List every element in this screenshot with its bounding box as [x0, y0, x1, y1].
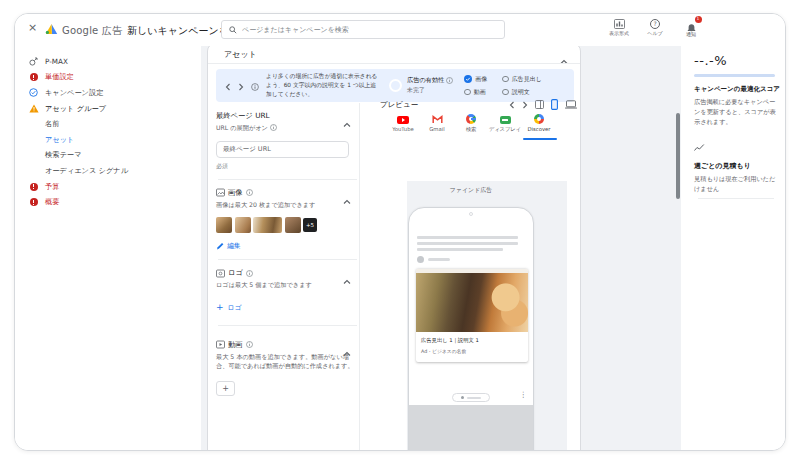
sidebar-label: P-MAX	[45, 57, 68, 66]
check-label: 画像	[475, 75, 487, 84]
video-icon	[216, 340, 225, 349]
check-headlines[interactable]: 広告見出し	[502, 75, 542, 84]
ad-strength-block: 広告の有効性 未完了	[407, 76, 453, 96]
phone-mockup: 広告見出し 1｜説明文 1 Ad・ビジネスの名前 ⋮	[408, 207, 534, 451]
info-icon[interactable]	[446, 77, 453, 84]
ad-strength-label: 広告の有効性	[407, 76, 444, 85]
google-g-icon	[466, 114, 476, 124]
tab-display[interactable]: ディスプレイ	[488, 113, 522, 133]
prev-chevron-icon[interactable]	[509, 101, 515, 109]
check-images[interactable]: 画像	[464, 75, 487, 84]
desktop-device-icon[interactable]	[565, 100, 577, 109]
sidebar-label: 概要	[45, 197, 59, 207]
add-video-button[interactable]: +	[216, 381, 235, 396]
prev-chevron-icon[interactable]	[225, 76, 231, 95]
sidebar-item-name[interactable]: 名前	[15, 116, 201, 132]
phone-camera-icon	[469, 212, 473, 216]
bar-icon	[467, 397, 481, 399]
preview-controls	[509, 99, 577, 110]
sidebar-label: アセット	[45, 135, 74, 145]
collapse-chevron-icon[interactable]	[343, 190, 351, 209]
plus-icon: +	[222, 385, 229, 393]
gallery-icon[interactable]	[535, 100, 544, 109]
notifications-button[interactable]: 1 通知	[678, 19, 704, 37]
divider	[218, 179, 357, 180]
image-thumbnail[interactable]	[253, 217, 282, 233]
more-images-tile[interactable]: +5	[303, 218, 317, 232]
search-input[interactable]	[242, 26, 497, 34]
edit-label: 編集	[227, 241, 241, 251]
info-icon[interactable]	[246, 341, 253, 348]
image-thumbnail[interactable]	[285, 217, 301, 233]
final-url-input[interactable]	[216, 141, 349, 158]
help-label: ヘルプ	[647, 30, 662, 36]
warning-icon	[28, 104, 39, 113]
sidebar-item-campaign-settings[interactable]: キャンペーン設定	[15, 85, 201, 101]
help-button[interactable]: ? ヘルプ	[642, 19, 668, 37]
tab-gmail[interactable]: Gmail	[420, 113, 454, 133]
next-chevron-icon[interactable]	[238, 76, 244, 95]
optimization-score-description: 広告掲載に必要なキャンペーンを更新すると、スコアが表示されます。	[694, 97, 776, 127]
add-logo-label: ロゴ	[228, 303, 242, 313]
divider	[218, 325, 357, 326]
asset-panel-title: アセット	[224, 49, 257, 60]
info-icon[interactable]	[270, 124, 277, 131]
info-icon[interactable]	[251, 76, 259, 95]
images-section: 画像 画像は最大 20 枚まで追加できます +5	[216, 188, 359, 252]
collapse-chevron-icon[interactable]	[343, 342, 351, 361]
sidebar-item-bidding[interactable]: 単価設定	[15, 70, 201, 86]
image-thumbnail[interactable]	[216, 217, 232, 233]
asset-panel: アセット より多くの	[207, 43, 581, 451]
info-icon[interactable]	[246, 270, 253, 277]
google-ads-logo-icon	[45, 23, 58, 35]
cta-placeholder-button	[452, 393, 490, 402]
ad-image	[416, 269, 528, 332]
sidebar-item-budget[interactable]: 予算	[15, 179, 201, 195]
close-icon[interactable]: ×	[28, 22, 37, 33]
plus-icon: +	[216, 303, 224, 312]
logo-icon	[216, 269, 225, 278]
radio-off-icon	[502, 76, 509, 83]
mobile-device-icon[interactable]	[551, 99, 558, 110]
collapse-chevron-icon[interactable]	[343, 113, 351, 132]
overflow-menu-icon: ⋮	[520, 391, 528, 399]
trend-chart-icon	[694, 137, 776, 156]
edit-images-button[interactable]: 編集	[216, 241, 256, 251]
divider	[698, 198, 774, 199]
image-thumbnail[interactable]	[235, 217, 251, 233]
final-url-section: 最終ページ URL URL の展開がオン 必須	[216, 111, 359, 171]
add-logo-button[interactable]: + ロゴ	[216, 303, 256, 313]
error-icon	[28, 198, 39, 206]
notice-nav	[225, 76, 259, 95]
preview-column: プレビュー	[360, 94, 581, 451]
tab-search[interactable]: 検索	[454, 113, 488, 133]
sidebar-item-review[interactable]: 概要	[15, 194, 201, 210]
sidebar-item-assets[interactable]: アセット	[15, 132, 201, 148]
sidebar-item-audience-signal[interactable]: オーディエンス シグナル	[15, 163, 201, 179]
collapse-chevron-icon[interactable]	[560, 50, 568, 69]
check-circle-icon	[28, 88, 39, 97]
tab-youtube[interactable]: YouTube	[386, 113, 420, 133]
search-box[interactable]	[221, 20, 505, 39]
divider	[208, 63, 580, 64]
sidebar-label: 検索テーマ	[45, 150, 81, 160]
sidebar-item-search-themes[interactable]: 検索テーマ	[15, 148, 201, 164]
collapse-chevron-icon[interactable]	[343, 270, 351, 289]
display-format-button[interactable]: 表示形式	[606, 19, 632, 37]
preview-channel-tabs: YouTube Gmail 検索 ディスプレイ	[386, 113, 556, 133]
optimization-score-value: --.-%	[694, 53, 776, 68]
video-section: 動画 最大 5 本の動画を追加できます。動画がない場合、可能であれば動画が自動的…	[216, 340, 359, 396]
sidebar-label: 単価設定	[45, 72, 74, 82]
vertical-scrollbar[interactable]	[676, 113, 680, 199]
images-subtitle: 画像は最大 20 枚まで追加できます	[216, 200, 359, 210]
tab-discover[interactable]: Discover	[522, 113, 556, 133]
ad-format-label: ファインド広告	[408, 186, 534, 195]
error-icon	[28, 183, 39, 191]
phone-content-placeholder	[409, 405, 533, 451]
next-chevron-icon[interactable]	[522, 101, 528, 109]
info-icon[interactable]	[246, 189, 253, 196]
sidebar-item-asset-group[interactable]: アセット グループ	[15, 101, 201, 117]
tab-label: 検索	[466, 126, 477, 133]
sidebar-item-pmax[interactable]: P-MAX	[15, 54, 201, 70]
score-progress-bar	[694, 74, 775, 77]
